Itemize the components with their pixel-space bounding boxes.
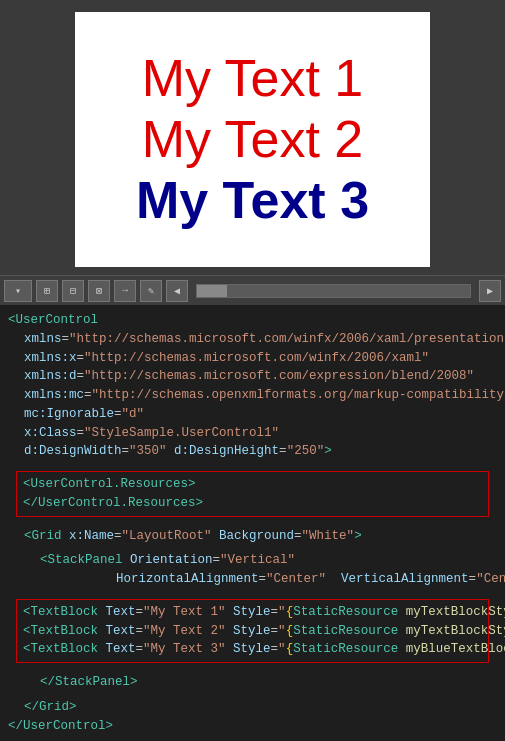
code-editor[interactable]: <UserControl xmlns="http://schemas.micro… xyxy=(0,305,505,741)
chevron-left-icon: ◀ xyxy=(174,285,180,297)
toolbar: ▾ ⊞ ⊟ ⊠ → ✎ ◀ ▶ xyxy=(0,275,505,305)
preview-text1: My Text 1 xyxy=(142,50,364,107)
toolbar-btn-4[interactable]: → xyxy=(114,280,136,302)
code-root-open: <UserControl xyxy=(8,311,497,330)
code-stackpanel-close: </StackPanel> xyxy=(8,673,497,692)
code-stackpanel-align: HorizontalAlignment="Center" VerticalAli… xyxy=(8,570,497,589)
preview-text2: My Text 2 xyxy=(142,111,364,168)
grid-icon: ⊞ xyxy=(44,285,50,297)
code-textblock1: <TextBlock Text="My Text 1" Style="{Stat… xyxy=(23,603,482,622)
code-resources-close: </UserControl.Resources> xyxy=(23,494,482,513)
code-textblock2: <TextBlock Text="My Text 2" Style="{Stat… xyxy=(23,622,482,641)
code-xmlns1: xmlns="http://schemas.microsoft.com/winf… xyxy=(8,330,497,349)
navigate-icon: → xyxy=(122,285,128,296)
code-xclass: x:Class="StyleSample.UserControl1" xyxy=(8,424,497,443)
code-stackpanel-open: <StackPanel Orientation="Vertical" xyxy=(8,551,497,570)
split-icon: ⊟ xyxy=(70,285,76,297)
toolbar-btn-1[interactable]: ⊞ xyxy=(36,280,58,302)
view-dropdown[interactable]: ▾ xyxy=(4,280,32,302)
code-xmlns2: xmlns:x="http://schemas.microsoft.com/wi… xyxy=(8,349,497,368)
code-root-close: </UserControl> xyxy=(8,717,497,736)
dropdown-arrow-icon: ▾ xyxy=(15,285,21,297)
code-design-dims: d:DesignWidth="350" d:DesignHeight="250"… xyxy=(8,442,497,461)
horizontal-scrollbar[interactable] xyxy=(196,284,471,298)
textblocks-block: <TextBlock Text="My Text 1" Style="{Stat… xyxy=(16,599,489,663)
scroll-thumb xyxy=(197,285,227,297)
preview-container: My Text 1 My Text 2 My Text 3 xyxy=(0,0,505,275)
fullscreen-icon: ⊠ xyxy=(96,285,102,297)
code-grid-close: </Grid> xyxy=(8,698,497,717)
toolbar-btn-2[interactable]: ⊟ xyxy=(62,280,84,302)
edit-icon: ✎ xyxy=(148,285,154,297)
code-textblock3: <TextBlock Text="My Text 3" Style="{Stat… xyxy=(23,640,482,659)
code-xmlns4: xmlns:mc="http://schemas.openxmlformats.… xyxy=(8,386,497,405)
preview-canvas: My Text 1 My Text 2 My Text 3 xyxy=(75,12,430,267)
toolbar-btn-5[interactable]: ✎ xyxy=(140,280,162,302)
resources-block: <UserControl.Resources> </UserControl.Re… xyxy=(16,471,489,517)
scroll-right-btn[interactable]: ▶ xyxy=(479,280,501,302)
code-mc-ignorable: mc:Ignorable="d" xyxy=(8,405,497,424)
code-grid-open: <Grid x:Name="LayoutRoot" Background="Wh… xyxy=(8,527,497,546)
code-xmlns3: xmlns:d="http://schemas.microsoft.com/ex… xyxy=(8,367,497,386)
code-resources-open: <UserControl.Resources> xyxy=(23,475,482,494)
preview-text3: My Text 3 xyxy=(136,172,369,229)
scroll-left-btn[interactable]: ◀ xyxy=(166,280,188,302)
chevron-right-icon: ▶ xyxy=(487,285,493,297)
toolbar-btn-3[interactable]: ⊠ xyxy=(88,280,110,302)
